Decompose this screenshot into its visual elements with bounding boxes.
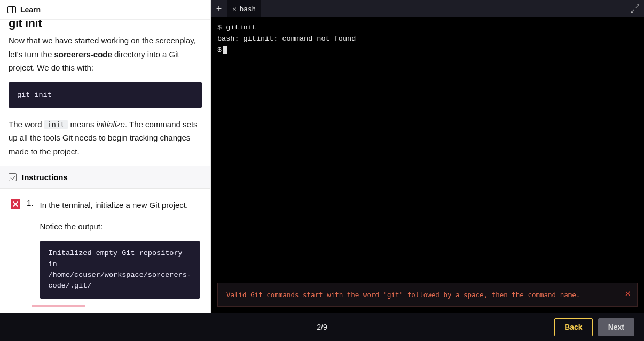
- error-banner: Valid Git commands start with the word "…: [217, 283, 638, 307]
- learn-header: Learn: [0, 0, 210, 20]
- book-icon: [7, 6, 16, 13]
- inline-code-init: init: [44, 120, 68, 129]
- terminal-line: bash: gitinit: command not found: [217, 34, 638, 45]
- tab-label: bash: [240, 5, 256, 13]
- instructions-label: Instructions: [22, 173, 68, 182]
- instruction-item: 1. In the terminal, initialize a new Git…: [9, 198, 202, 313]
- instruction-notice: Notice the output:: [40, 220, 200, 234]
- lesson-panel: Learn git init Now that we have started …: [0, 0, 211, 313]
- p2i: initialize: [97, 120, 125, 129]
- add-tab-button[interactable]: +: [211, 3, 227, 14]
- expand-icon: [631, 5, 639, 12]
- cursor: [223, 46, 227, 54]
- expand-button[interactable]: [626, 5, 644, 12]
- terminal-line: $ gitinit: [217, 22, 638, 34]
- p2b: means: [68, 120, 96, 129]
- terminal-tabbar: + × bash: [211, 0, 644, 17]
- terminal-panel: + × bash $ gitinit bash: gitinit: comman…: [211, 0, 644, 313]
- code-block-command: git init: [9, 82, 202, 108]
- terminal-prompt: $: [217, 45, 638, 56]
- instructions-header: Instructions: [0, 166, 210, 189]
- lesson-title: git init: [9, 20, 202, 30]
- status-fail-icon: [11, 199, 20, 209]
- close-tab-icon[interactable]: ×: [232, 5, 237, 13]
- close-icon[interactable]: ×: [625, 289, 631, 298]
- scroll-progress: [32, 305, 85, 307]
- lesson-body[interactable]: git init Now that we have started workin…: [0, 20, 210, 313]
- intro-bold: sorcerers-code: [54, 50, 112, 59]
- terminal[interactable]: $ gitinit bash: gitinit: command not fou…: [211, 17, 644, 313]
- code-block-output: Initalized empty Git repository in /home…: [40, 241, 200, 299]
- check-icon: [9, 173, 17, 181]
- error-text: Valid Git commands start with the word "…: [226, 290, 580, 300]
- lesson-intro: Now that we have started working on the …: [9, 34, 202, 75]
- terminal-tab[interactable]: × bash: [227, 0, 261, 17]
- instruction-text: In the terminal, initialize a new Git pr…: [40, 198, 200, 212]
- page-indicator: 2/9: [317, 323, 327, 331]
- instruction-number: 1.: [27, 198, 34, 313]
- learn-label: Learn: [20, 5, 41, 14]
- back-button[interactable]: Back: [554, 318, 592, 336]
- footer: 2/9 Back Next: [0, 313, 644, 341]
- p2a: The word: [9, 120, 44, 129]
- lesson-para2: The word init means initialize. The comm…: [9, 118, 202, 159]
- prompt-symbol: $: [217, 46, 222, 54]
- next-button[interactable]: Next: [598, 318, 634, 336]
